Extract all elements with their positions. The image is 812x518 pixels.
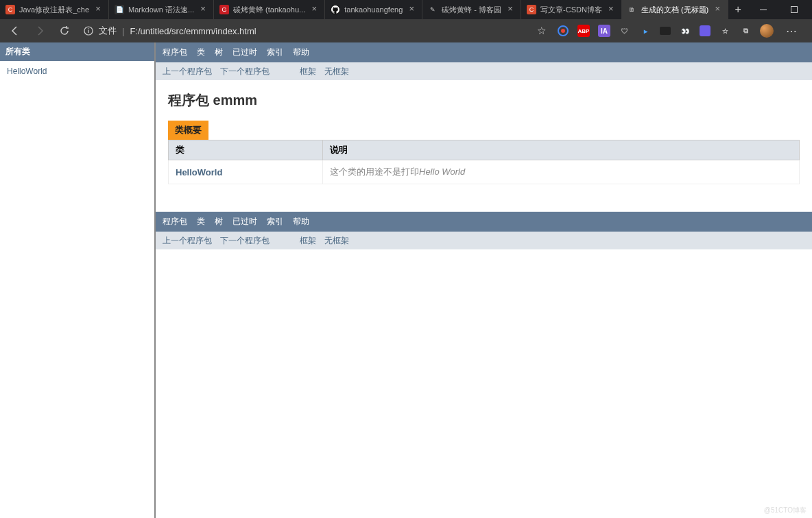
collections-icon[interactable]: ⧉ (739, 25, 752, 37)
favorites-icon[interactable]: ☆ (719, 25, 731, 37)
window-controls (748, 0, 812, 19)
close-icon[interactable]: × (606, 5, 616, 14)
tab-favicon: 📄 (115, 5, 124, 14)
class-summary-section: 类概要 类 说明 HelloWorld 这个类的用途不是打印Hello Worl… (156, 121, 812, 198)
sidebar: 所有类 HelloWorld (0, 42, 156, 518)
extension-icon[interactable]: IA (598, 25, 610, 37)
window-close-button[interactable] (809, 0, 812, 19)
browser-tab[interactable]: C Java修改注册表_che × (0, 0, 109, 19)
tab-title: 生成的文档 (无标题) (641, 5, 708, 15)
new-tab-button[interactable]: + (728, 0, 748, 19)
browser-tab[interactable]: G 碳烤黄蜂 (tankaohu... × (214, 0, 325, 19)
page-title: 程序包 emmm (156, 80, 812, 121)
refresh-button[interactable] (55, 21, 74, 40)
extension-icon[interactable]: 👀 (679, 25, 691, 37)
class-link[interactable]: HelloWorld (176, 167, 222, 177)
browser-tab[interactable]: 📄 Markdown 语法速... × (109, 0, 214, 19)
extension-icon[interactable] (557, 25, 569, 37)
nav-index[interactable]: 索引 (267, 216, 283, 227)
extension-icon[interactable] (660, 27, 671, 35)
extension-icons: ABP IA 🛡 ▸ 👀 ☆ ⧉ ⋯ (551, 24, 807, 38)
nav-class[interactable]: 类 (197, 216, 205, 227)
profile-avatar[interactable] (760, 24, 774, 38)
tab-title: 碳烤黄蜂 (tankaohu... (233, 5, 305, 15)
close-icon[interactable]: × (309, 5, 319, 14)
close-icon[interactable]: × (505, 5, 515, 14)
sidebar-class-link[interactable]: HelloWorld (7, 66, 147, 76)
browser-tab[interactable]: tankaohuangfeng × (325, 0, 422, 19)
tab-title: Java修改注册表_che (19, 5, 89, 15)
close-icon[interactable]: × (198, 5, 208, 14)
tab-favicon: C (527, 5, 536, 14)
back-button[interactable] (5, 21, 25, 40)
next-package-link[interactable]: 下一个程序包 (220, 66, 270, 77)
bottom-navbar: 程序包 类 树 已过时 索引 帮助 (156, 212, 812, 232)
browser-tab-active[interactable]: 🗎 生成的文档 (无标题) × (622, 0, 728, 19)
nav-index[interactable]: 索引 (267, 47, 283, 58)
frames-link[interactable]: 框架 (300, 235, 316, 247)
page-content: 所有类 HelloWorld 程序包 类 树 已过时 索引 帮助 上一个程序包 … (0, 42, 812, 518)
minimize-button[interactable] (748, 0, 778, 19)
github-icon (331, 5, 340, 14)
menu-icon[interactable]: ⋯ (782, 25, 801, 38)
top-navbar: 程序包 类 树 已过时 索引 帮助 (156, 42, 812, 62)
class-description: 这个类的用途不是打印Hello World (330, 166, 465, 177)
tab-favicon: G (219, 5, 229, 14)
nav-package[interactable]: 程序包 (163, 216, 187, 227)
svg-point-5 (88, 28, 89, 29)
address-bar: 文件 | F:/untitled/src/emmm/index.html ☆ A… (0, 19, 812, 42)
close-icon[interactable]: × (713, 5, 722, 14)
browser-tab[interactable]: C 写文章-CSDN博客 × (521, 0, 622, 19)
frames-link[interactable]: 框架 (300, 66, 316, 77)
svg-point-8 (561, 29, 565, 33)
close-icon[interactable]: × (93, 5, 103, 14)
maximize-button[interactable] (778, 0, 809, 19)
top-subnav: 上一个程序包 下一个程序包 框架 无框架 (156, 62, 812, 80)
nav-deprecated[interactable]: 已过时 (232, 47, 257, 58)
nav-tree[interactable]: 树 (215, 216, 223, 227)
url-scheme-label: 文件 (99, 25, 117, 37)
table-row: HelloWorld 这个类的用途不是打印Hello World (169, 160, 800, 184)
tab-favicon: ✎ (428, 5, 438, 14)
nav-package[interactable]: 程序包 (163, 47, 187, 58)
tab-favicon: C (5, 5, 15, 14)
sidebar-header: 所有类 (0, 42, 154, 61)
tab-title: Markdown 语法速... (128, 5, 194, 15)
table-caption: 类概要 (168, 121, 208, 140)
url-path: F:/untitled/src/emmm/index.html (130, 26, 256, 36)
browser-titlebar: C Java修改注册表_che × 📄 Markdown 语法速... × G … (0, 0, 812, 19)
shield-icon[interactable]: 🛡 (619, 25, 631, 37)
tab-title: tankaohuangfeng (344, 5, 403, 14)
favorite-icon[interactable]: ☆ (537, 25, 546, 37)
close-icon[interactable]: × (407, 5, 416, 14)
noframes-link[interactable]: 无框架 (324, 66, 349, 77)
tab-title: 写文章-CSDN博客 (540, 5, 602, 15)
adblock-icon[interactable]: ABP (577, 25, 590, 37)
nav-deprecated[interactable]: 已过时 (232, 216, 257, 227)
nav-tree[interactable]: 树 (215, 47, 223, 58)
nav-class[interactable]: 类 (197, 47, 205, 58)
class-summary-table: 类 说明 HelloWorld 这个类的用途不是打印Hello World (168, 140, 800, 184)
site-info-icon[interactable] (84, 26, 93, 36)
main-frame: 程序包 类 树 已过时 索引 帮助 上一个程序包 下一个程序包 框架 无框架 程… (156, 42, 812, 518)
col-header-class: 类 (169, 140, 323, 160)
forward-button[interactable] (30, 21, 49, 40)
url-field[interactable]: 文件 | F:/untitled/src/emmm/index.html ☆ (80, 25, 546, 37)
url-separator: | (122, 26, 124, 36)
extension-icon[interactable] (700, 25, 710, 36)
noframes-link[interactable]: 无框架 (324, 235, 349, 247)
next-package-link[interactable]: 下一个程序包 (220, 235, 270, 247)
tab-strip: C Java修改注册表_che × 📄 Markdown 语法速... × G … (0, 0, 748, 19)
prev-package-link[interactable]: 上一个程序包 (163, 235, 212, 247)
file-icon: 🗎 (628, 5, 637, 14)
bottom-subnav: 上一个程序包 下一个程序包 框架 无框架 (156, 232, 812, 249)
svg-rect-1 (791, 7, 797, 13)
col-header-desc: 说明 (323, 140, 800, 160)
watermark: @51CTO博客 (764, 506, 807, 515)
nav-help[interactable]: 帮助 (293, 216, 309, 227)
tab-title: 碳烤黄蜂 - 博客园 (442, 5, 501, 15)
browser-tab[interactable]: ✎ 碳烤黄蜂 - 博客园 × (422, 0, 521, 19)
nav-help[interactable]: 帮助 (293, 47, 309, 58)
prev-package-link[interactable]: 上一个程序包 (163, 66, 212, 77)
extension-icon[interactable]: ▸ (639, 25, 652, 37)
